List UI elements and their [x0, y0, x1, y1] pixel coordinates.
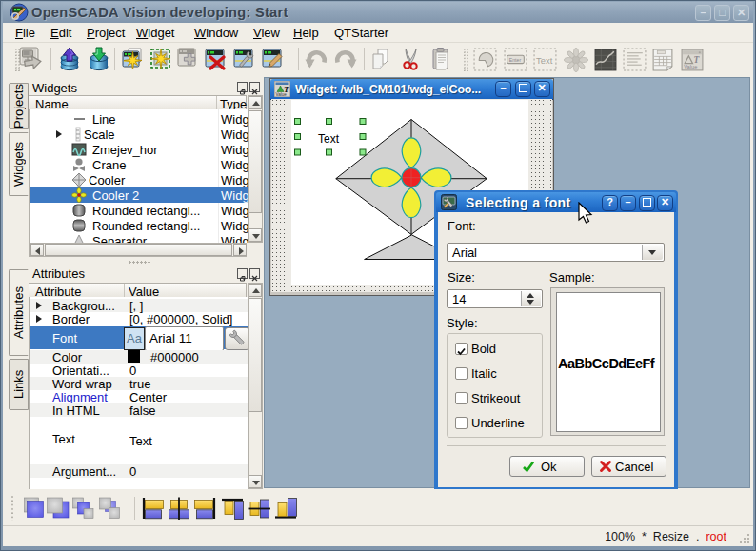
svg-text:Text: Text [318, 132, 340, 146]
svg-text:Text: Text [536, 56, 553, 66]
svg-text:Value: Value [276, 92, 288, 97]
svg-text:Value: Value [684, 64, 697, 69]
svg-text:Enter: Enter [509, 57, 522, 63]
